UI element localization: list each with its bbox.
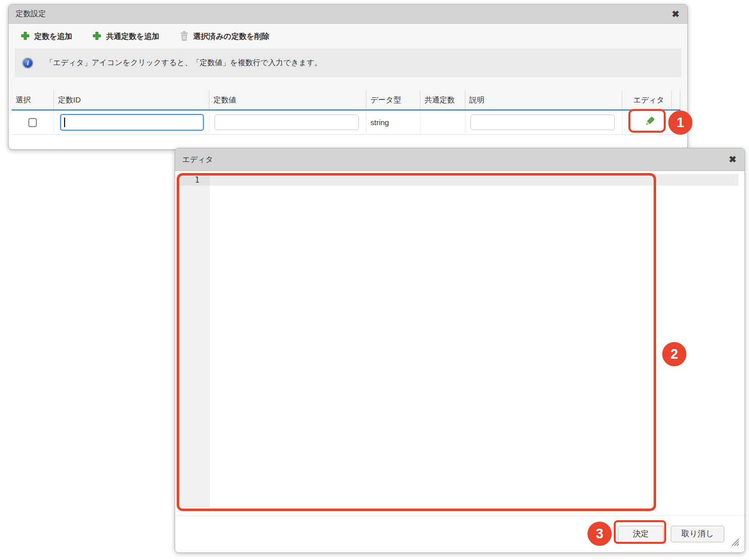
spacer-cell	[672, 110, 680, 134]
editor-dialog-title: エディタ	[182, 155, 213, 164]
code-editor: 1	[178, 174, 738, 508]
constant-value-cell	[209, 110, 366, 134]
constants-dialog: 定数設定 ✖ 定数を追加 共通定数を追加 選択済	[8, 4, 688, 150]
column-header-description: 説明	[465, 90, 622, 109]
delete-selected-label: 選択済みの定数を削除	[193, 32, 270, 41]
column-header-editor: エディタ	[622, 90, 672, 109]
constants-toolbar: 定数を追加 共通定数を追加 選択済みの定数を削除	[9, 24, 687, 48]
line-number-gutter: 1	[178, 174, 210, 508]
editor-dialog: エディタ ✖ 1 決定 取り消し	[175, 148, 745, 553]
add-common-constant-label: 共通定数を追加	[106, 32, 159, 41]
table-header-row: 選択 定数ID 定数値 データ型 共通定数 説明 エディタ	[12, 90, 680, 110]
column-header-spacer	[672, 90, 680, 109]
column-header-common-constant: 共通定数	[420, 90, 465, 109]
editor-cell	[622, 110, 672, 134]
pencil-icon	[643, 115, 656, 130]
description-input[interactable]	[470, 115, 615, 130]
open-editor-button[interactable]	[643, 115, 656, 130]
plus-icon	[92, 31, 101, 42]
text-caret	[64, 118, 65, 127]
line-number: 1	[178, 174, 210, 186]
data-type-cell: string	[366, 110, 420, 134]
info-message: 「エディタ」アイコンをクリックすると、「定数値」を複数行で入力できます。	[45, 58, 322, 68]
close-icon[interactable]: ✖	[671, 9, 680, 20]
constant-value-input[interactable]	[215, 115, 359, 130]
cancel-button[interactable]: 取り消し	[671, 526, 724, 542]
row-select-checkbox[interactable]	[28, 118, 37, 127]
editor-dialog-titlebar: エディタ ✖	[175, 148, 744, 171]
constants-dialog-titlebar: 定数設定 ✖	[9, 5, 687, 24]
info-icon: i	[22, 58, 33, 69]
add-common-constant-button[interactable]: 共通定数を追加	[92, 31, 159, 42]
plus-icon	[21, 31, 30, 42]
column-header-constant-value: 定数値	[209, 90, 366, 109]
add-constant-button[interactable]: 定数を追加	[21, 31, 72, 42]
confirm-button[interactable]: 決定	[618, 526, 664, 542]
close-icon[interactable]: ✖	[728, 154, 737, 165]
select-cell	[12, 110, 54, 134]
constant-id-input[interactable]	[60, 114, 204, 131]
info-bar: i 「エディタ」アイコンをクリックすると、「定数値」を複数行で入力できます。	[15, 48, 681, 77]
column-header-select: 選択	[12, 90, 54, 109]
data-type-value: string	[370, 118, 389, 127]
trash-icon	[180, 31, 189, 42]
editor-footer: 決定 取り消し	[175, 516, 744, 552]
editor-content[interactable]	[210, 174, 738, 508]
constants-dialog-title: 定数設定	[16, 9, 46, 19]
column-header-data-type: データ型	[366, 90, 420, 109]
column-header-constant-id: 定数ID	[54, 90, 209, 109]
common-constant-cell	[420, 110, 465, 134]
resize-grip-icon[interactable]	[730, 537, 740, 548]
constant-id-cell	[54, 110, 209, 134]
add-constant-label: 定数を追加	[34, 32, 72, 41]
constants-table: 選択 定数ID 定数値 データ型 共通定数 説明 エディタ st	[12, 90, 680, 135]
delete-selected-button[interactable]: 選択済みの定数を削除	[180, 31, 270, 42]
description-cell	[465, 110, 622, 134]
table-row: string	[12, 110, 680, 135]
